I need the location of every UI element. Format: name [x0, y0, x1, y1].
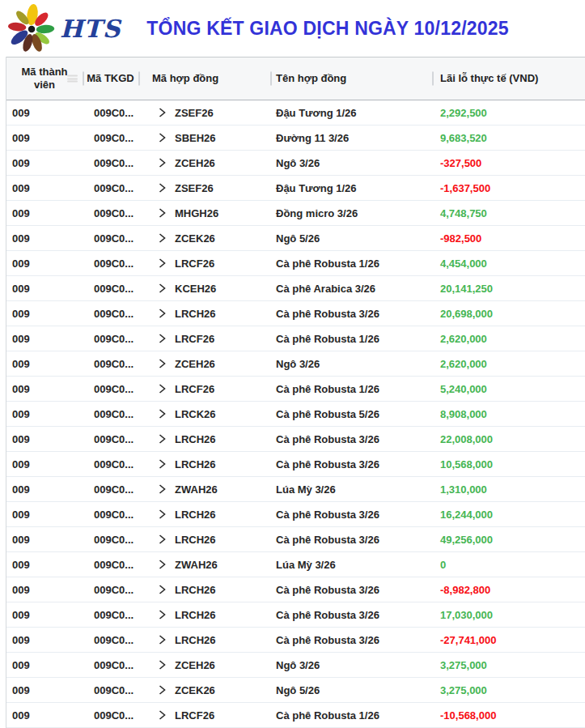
chevron-right-icon[interactable] [159, 534, 167, 544]
account-code-cell: 009C0... [83, 628, 138, 652]
table-row[interactable]: 009 009C0... LRCH26 Cà phê Robusta 3/26 … [6, 427, 585, 452]
contract-code: ZCEK26 [175, 684, 215, 696]
chevron-right-icon[interactable] [159, 509, 167, 519]
account-code-cell: 009C0... [83, 577, 138, 602]
table-row[interactable]: 009 009C0... ZCEK26 Ngô 5/26 -982,500 [6, 226, 585, 251]
contract-code: LRCH26 [175, 509, 216, 521]
contract-code-cell: ZCEK26 [138, 678, 270, 702]
contract-name-cell: Cà phê Robusta 1/26 [270, 377, 432, 401]
table-row[interactable]: 009 009C0... ZSEF26 Đậu Tương 1/26 -1,63… [6, 176, 585, 201]
pnl-cell: 22,008,000 [432, 427, 585, 451]
member-code-cell: 009 [6, 527, 83, 551]
table-row[interactable]: 009 009C0... ZCEH26 Ngô 3/26 -327,500 [6, 151, 585, 176]
chevron-right-icon[interactable] [159, 283, 167, 293]
table-row[interactable]: 009 009C0... LRCH26 Cà phê Robusta 3/26 … [6, 527, 585, 552]
contract-name-cell: Đậu Tương 1/26 [270, 100, 432, 125]
contract-code: LRCF26 [175, 333, 214, 345]
table-row[interactable]: 009 009C0... LRCF26 Cà phê Robusta 1/26 … [6, 326, 585, 351]
chevron-right-icon[interactable] [159, 610, 167, 619]
member-code-cell: 009 [6, 602, 83, 627]
member-code-cell: 009 [6, 226, 83, 250]
table-row[interactable]: 009 009C0... ZCEH26 Ngô 3/26 2,620,000 [6, 351, 585, 377]
member-code-cell: 009 [6, 402, 83, 426]
table-row[interactable]: 009 009C0... ZCEH26 Ngô 3/26 3,275,000 [6, 653, 585, 678]
table-row[interactable]: 009 009C0... LRCH26 Cà phê Robusta 3/26 … [6, 628, 585, 653]
chevron-right-icon[interactable] [159, 258, 167, 268]
table-row[interactable]: 009 009C0... LRCH26 Cà phê Robusta 3/26 … [6, 577, 585, 602]
pnl-cell: 49,256,000 [432, 527, 585, 551]
contract-code-cell: LRCH26 [138, 452, 270, 476]
column-menu-icon[interactable] [67, 75, 78, 83]
table-row[interactable]: 009 009C0... SBEH26 Đường 11 3/26 9,683,… [6, 126, 585, 151]
chevron-right-icon[interactable] [159, 158, 167, 168]
pnl-cell: 8,908,000 [432, 402, 585, 426]
table-row[interactable]: 009 009C0... ZWAH26 Lúa Mỳ 3/26 0 [6, 552, 585, 577]
contract-code: ZCEH26 [175, 157, 215, 169]
chevron-right-icon[interactable] [159, 334, 167, 343]
trades-table: Mã thành viên Mã TKGD Mã hợp đồng Tên hợ… [6, 57, 585, 728]
member-code-cell: 009 [6, 100, 83, 125]
account-code-cell: 009C0... [83, 201, 138, 225]
table-body: 009 009C0... ZSEF26 Đậu Tương 1/26 2,292… [6, 100, 585, 728]
table-row[interactable]: 009 009C0... ZWAH26 Lúa Mỳ 3/26 1,310,00… [6, 477, 585, 502]
member-code-cell: 009 [6, 502, 83, 526]
chevron-right-icon[interactable] [159, 710, 167, 720]
contract-name-cell: Đậu Tương 1/26 [270, 176, 432, 200]
col-header-contract-code: Mã hợp đồng [138, 57, 270, 100]
account-code-cell: 009C0... [83, 326, 138, 351]
chevron-right-icon[interactable] [159, 484, 167, 494]
chevron-right-icon[interactable] [159, 183, 167, 193]
contract-code-cell: MHGH26 [138, 201, 270, 225]
table-row[interactable]: 009 009C0... LRCH26 Cà phê Robusta 3/26 … [6, 301, 585, 326]
pnl-cell: 16,244,000 [432, 502, 585, 526]
chevron-right-icon[interactable] [159, 459, 167, 469]
chevron-right-icon[interactable] [159, 635, 167, 645]
table-row[interactable]: 009 009C0... MHGH26 Đồng micro 3/26 4,74… [6, 201, 585, 226]
contract-code-cell: LRCH26 [138, 502, 270, 526]
contract-name-cell: Cà phê Robusta 3/26 [270, 502, 432, 526]
pnl-cell: -982,500 [432, 226, 585, 250]
pnl-cell: 0 [432, 552, 585, 577]
contract-code-cell: LRCF26 [138, 326, 270, 351]
chevron-right-icon[interactable] [159, 359, 167, 368]
chevron-right-icon[interactable] [159, 585, 167, 594]
account-code-cell: 009C0... [83, 351, 138, 376]
chevron-right-icon[interactable] [159, 133, 167, 143]
member-code-cell: 009 [6, 251, 83, 275]
chevron-right-icon[interactable] [159, 409, 167, 419]
table-row[interactable]: 009 009C0... LRCF26 Cà phê Robusta 1/26 … [6, 377, 585, 402]
chevron-right-icon[interactable] [159, 660, 167, 670]
member-code-cell: 009 [6, 151, 83, 175]
chevron-right-icon[interactable] [159, 233, 167, 243]
chevron-right-icon[interactable] [159, 309, 167, 318]
table-row[interactable]: 009 009C0... LRCH26 Cà phê Robusta 3/26 … [6, 602, 585, 628]
chevron-right-icon[interactable] [159, 208, 167, 218]
pnl-cell: 17,030,000 [432, 602, 585, 627]
chevron-right-icon[interactable] [159, 384, 167, 394]
contract-code: ZCEK26 [175, 232, 215, 245]
table-row[interactable]: 009 009C0... ZSEF26 Đậu Tương 1/26 2,292… [6, 100, 585, 126]
table-row[interactable]: 009 009C0... KCEH26 Cà phê Arabica 3/26 … [6, 276, 585, 301]
contract-code: LRCF26 [175, 258, 214, 270]
hts-logo: HTS [6, 2, 121, 55]
table-row[interactable]: 009 009C0... LRCH26 Cà phê Robusta 3/26 … [6, 502, 585, 527]
chevron-right-icon[interactable] [159, 685, 167, 695]
contract-name-cell: Cà phê Robusta 3/26 [270, 452, 432, 476]
chevron-right-icon[interactable] [159, 108, 167, 117]
contract-code: ZWAH26 [175, 559, 218, 571]
table-row[interactable]: 009 009C0... LRCH26 Cà phê Robusta 3/26 … [6, 452, 585, 477]
account-code-cell: 009C0... [83, 402, 138, 426]
pnl-cell: -1,637,500 [432, 176, 585, 200]
contract-code-cell: ZSEF26 [138, 176, 270, 200]
member-code-cell: 009 [6, 276, 83, 300]
table-row[interactable]: 009 009C0... ZCEK26 Ngô 5/26 3,275,000 [6, 678, 585, 703]
contract-code-cell: LRCF26 [138, 251, 270, 275]
chevron-right-icon[interactable] [159, 560, 167, 569]
table-row[interactable]: 009 009C0... LRCF26 Cà phê Robusta 1/26 … [6, 703, 585, 728]
account-code-cell: 009C0... [83, 703, 138, 727]
member-code-cell: 009 [6, 452, 83, 476]
chevron-right-icon[interactable] [159, 434, 167, 444]
table-row[interactable]: 009 009C0... LRCK26 Cà phê Robusta 5/26 … [6, 402, 585, 427]
contract-name-cell: Cà phê Robusta 1/26 [270, 326, 432, 351]
table-row[interactable]: 009 009C0... LRCF26 Cà phê Robusta 1/26 … [6, 251, 585, 276]
